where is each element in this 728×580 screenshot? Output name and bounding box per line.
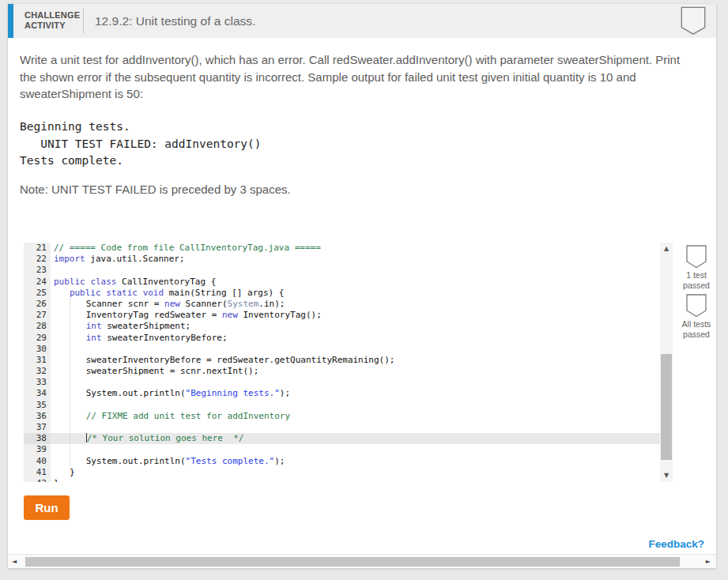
scroll-up-icon[interactable]: ▲ bbox=[660, 243, 673, 254]
feedback-link[interactable]: Feedback? bbox=[648, 538, 704, 550]
gutter-line-number: 42 bbox=[24, 478, 51, 482]
code-line[interactable]: sweaterInventoryBefore = redSweater.getQ… bbox=[51, 355, 660, 366]
vertical-scroll-thumb[interactable] bbox=[661, 354, 672, 460]
indent-guide bbox=[54, 433, 70, 443]
gutter: 2122232425262728293031323334353637383940… bbox=[24, 243, 51, 482]
code-token: Scanner( bbox=[180, 299, 228, 309]
code-line[interactable]: sweaterShipment = scnr.nextInt(); bbox=[51, 366, 660, 377]
indent-guide bbox=[54, 411, 70, 421]
indent-guide bbox=[54, 467, 70, 477]
gutter-line-number: 31 bbox=[24, 355, 51, 366]
instructions-text: Write a unit test for addInventory(), wh… bbox=[20, 51, 688, 103]
gutter-line-number: 38 bbox=[24, 433, 51, 444]
code-line[interactable]: int sweaterInventoryBefore; bbox=[51, 333, 660, 344]
code-token: public bbox=[70, 288, 101, 298]
code-line[interactable] bbox=[51, 377, 660, 388]
shield-icon bbox=[680, 6, 707, 36]
code-token: "Beginning tests." bbox=[186, 388, 280, 398]
indent-guide bbox=[70, 333, 86, 343]
code-token: // FIXME add unit test for addInventory bbox=[86, 411, 290, 421]
gutter-line-number: 23 bbox=[24, 265, 51, 276]
editor-vertical-scrollbar[interactable]: ▲ ▼ bbox=[660, 243, 673, 482]
scroll-left-icon[interactable]: ◄ bbox=[12, 555, 17, 569]
badge-label-line: passed bbox=[677, 281, 716, 291]
code-editor[interactable]: 2122232425262728293031323334353637383940… bbox=[24, 243, 673, 482]
indent-guide bbox=[54, 422, 70, 432]
indent-guide bbox=[54, 366, 70, 376]
code-line[interactable]: InventoryTag redSweater = new InventoryT… bbox=[51, 310, 660, 321]
code-token: .in); bbox=[258, 299, 285, 309]
header-divider bbox=[83, 8, 84, 34]
code-line[interactable]: } bbox=[51, 467, 660, 478]
code-line[interactable]: System.out.println("Tests complete."); bbox=[51, 456, 660, 467]
code-line[interactable]: public static void main(String [] args) … bbox=[51, 288, 660, 299]
indent-guide bbox=[70, 433, 86, 443]
code-token: System bbox=[228, 299, 259, 309]
horizontal-scrollbar[interactable]: ◄ ► bbox=[8, 554, 716, 568]
code-line[interactable]: System.out.println("Beginning tests."); bbox=[51, 388, 660, 399]
test-shield-icon bbox=[686, 294, 707, 318]
code-line[interactable]: /* Your solution goes here */ bbox=[51, 433, 660, 444]
badge-label-line: All tests bbox=[677, 319, 716, 330]
code-line[interactable] bbox=[51, 444, 660, 455]
code-line[interactable]: } bbox=[51, 478, 660, 482]
code-token: void bbox=[143, 288, 164, 298]
scroll-down-icon[interactable]: ▼ bbox=[660, 470, 673, 481]
gutter-line-number: 30 bbox=[24, 344, 51, 355]
indent-guide bbox=[54, 288, 70, 298]
code-lines[interactable]: // ===== Code from file CallInventoryTag… bbox=[51, 243, 660, 482]
code-token: } bbox=[54, 478, 59, 482]
gutter-line-number: 22 bbox=[24, 254, 51, 265]
indent-guide bbox=[54, 377, 70, 387]
indent-guide bbox=[70, 456, 86, 466]
indent-guide bbox=[54, 444, 70, 454]
code-token: static bbox=[106, 288, 138, 298]
kicker-line-1: CHALLENGE bbox=[25, 10, 80, 21]
indent-guide bbox=[70, 422, 86, 432]
indent-guide bbox=[54, 344, 70, 354]
code-line[interactable] bbox=[51, 265, 660, 276]
code-line[interactable]: Scanner scnr = new Scanner(System.in); bbox=[51, 299, 660, 310]
code-line[interactable] bbox=[51, 400, 660, 411]
indent-guide bbox=[54, 299, 70, 309]
code-token: java.util.Scanner; bbox=[85, 254, 185, 264]
indent-guide bbox=[54, 400, 70, 410]
code-token: sweaterShipment; bbox=[102, 321, 191, 331]
test-shield-icon bbox=[686, 245, 707, 269]
code-token: new bbox=[222, 310, 238, 320]
code-line[interactable]: // ===== Code from file CallInventoryTag… bbox=[51, 243, 660, 254]
code-token: sweaterInventoryBefore; bbox=[102, 333, 228, 343]
code-token: new bbox=[164, 299, 180, 309]
gutter-line-number: 41 bbox=[24, 467, 51, 478]
code-line[interactable]: int sweaterShipment; bbox=[51, 321, 660, 332]
code-line[interactable]: public class CallInventoryTag { bbox=[51, 277, 660, 288]
code-line[interactable] bbox=[51, 422, 660, 433]
indent-guide bbox=[54, 333, 70, 343]
note-text: Note: UNIT TEST FAILED is preceded by 3 … bbox=[20, 183, 291, 196]
code-token: System.out.println( bbox=[86, 456, 186, 466]
indent-guide bbox=[70, 299, 86, 309]
sample-output: Beginning tests. UNIT TEST FAILED: addIn… bbox=[20, 119, 262, 170]
code-line[interactable]: import java.util.Scanner; bbox=[51, 254, 660, 265]
indent-guide bbox=[54, 310, 70, 320]
indent-guide bbox=[70, 355, 86, 365]
activity-header: CHALLENGE ACTIVITY 12.9.2: Unit testing … bbox=[8, 4, 716, 38]
indent-guide bbox=[70, 321, 86, 331]
scroll-right-icon[interactable]: ► bbox=[706, 555, 711, 569]
code-token: ); bbox=[280, 388, 290, 398]
gutter-line-number: 24 bbox=[24, 277, 51, 288]
code-token: import bbox=[54, 254, 85, 264]
gutter-line-number: 40 bbox=[24, 456, 51, 467]
indent-guide bbox=[54, 321, 70, 331]
gutter-line-number: 26 bbox=[24, 299, 51, 310]
code-line[interactable]: // FIXME add unit test for addInventory bbox=[51, 411, 660, 422]
code-token: } bbox=[70, 467, 75, 477]
code-line[interactable] bbox=[51, 344, 660, 355]
horizontal-scroll-thumb[interactable] bbox=[25, 557, 680, 567]
run-button[interactable]: Run bbox=[24, 495, 70, 520]
indent-guide bbox=[70, 388, 86, 398]
gutter-line-number: 36 bbox=[24, 411, 51, 422]
code-token: ); bbox=[274, 456, 285, 466]
indent-guide bbox=[70, 400, 86, 410]
code-token: sweaterInventoryBefore = redSweater.getQ… bbox=[86, 355, 395, 365]
